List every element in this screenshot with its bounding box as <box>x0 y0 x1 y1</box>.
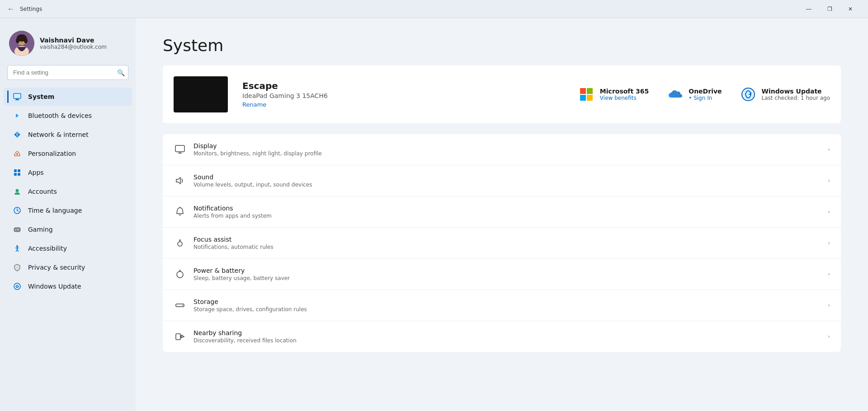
ms365-link[interactable]: Microsoft 365 View benefits <box>578 86 649 103</box>
setting-notifications[interactable]: Notifications Alerts from apps and syste… <box>163 196 841 228</box>
device-card: Escape IdeaPad Gaming 3 15ACH6 Rename <box>163 65 841 123</box>
svg-point-20 <box>16 189 19 192</box>
svg-rect-24 <box>14 228 20 232</box>
chevron-icon-notifications: › <box>828 209 830 215</box>
sidebar-item-label-accessibility: Accessibility <box>28 245 67 252</box>
sidebar-item-windows-update[interactable]: Windows Update <box>4 277 132 295</box>
setting-display-title: Display <box>193 142 821 149</box>
svg-line-33 <box>17 250 19 252</box>
svg-point-10 <box>14 112 21 119</box>
setting-nearby-text: Nearby sharing Discoverability, received… <box>193 329 821 344</box>
search-input[interactable] <box>7 65 128 80</box>
sidebar-item-apps[interactable]: Apps <box>4 163 132 182</box>
windows-update-top-icon <box>740 86 756 103</box>
user-email: vaisha284@outlook.com <box>40 44 107 50</box>
svg-rect-36 <box>175 145 184 152</box>
setting-focus[interactable]: Focus assist Notifications, automatic ru… <box>163 228 841 259</box>
avatar-image <box>9 31 34 56</box>
display-icon <box>174 143 186 156</box>
setting-storage-title: Storage <box>193 298 821 305</box>
svg-point-28 <box>17 229 18 230</box>
storage-icon <box>174 299 186 312</box>
search-button[interactable]: 🔍 <box>117 69 125 76</box>
device-info: Escape IdeaPad Gaming 3 15ACH6 Rename <box>242 80 328 108</box>
svg-point-15 <box>16 153 18 155</box>
sidebar-item-time[interactable]: Time & language <box>4 201 132 220</box>
sidebar-item-system[interactable]: System <box>4 88 132 106</box>
setting-display[interactable]: Display Monitors, brightness, night ligh… <box>163 134 841 165</box>
ms365-title: Microsoft 365 <box>600 88 649 95</box>
sidebar-item-bluetooth[interactable]: Bluetooth & devices <box>4 107 132 125</box>
setting-notifications-title: Notifications <box>193 205 821 212</box>
sidebar-item-label-privacy: Privacy & security <box>28 264 85 271</box>
svg-rect-8 <box>16 99 19 100</box>
avatar <box>9 31 34 56</box>
app-body: Vaishnavi Dave vaisha284@outlook.com 🔍 S… <box>0 18 868 411</box>
main-content: System Escape IdeaPad Gaming 3 15ACH6 Re… <box>136 18 868 411</box>
device-thumbnail <box>174 76 228 112</box>
windows-update-top-text: Windows Update Last checked: 1 hour ago <box>762 88 830 101</box>
personalization-icon <box>13 149 22 158</box>
onedrive-title: OneDrive <box>689 88 722 95</box>
chevron-icon-nearby: › <box>828 333 830 340</box>
onedrive-text: OneDrive • Sign In <box>689 88 722 101</box>
setting-nearby-title: Nearby sharing <box>193 329 821 336</box>
settings-list: Display Monitors, brightness, night ligh… <box>163 134 841 352</box>
sidebar-item-personalization[interactable]: Personalization <box>4 145 132 163</box>
setting-sound-desc: Volume levels, output, input, sound devi… <box>193 182 821 188</box>
svg-rect-9 <box>15 100 19 100</box>
setting-focus-text: Focus assist Notifications, automatic ru… <box>193 236 821 250</box>
user-info: Vaishnavi Dave vaisha284@outlook.com <box>40 37 107 50</box>
maximize-button[interactable]: ❐ <box>819 2 840 16</box>
setting-sound[interactable]: Sound Volume levels, output, input, soun… <box>163 165 841 196</box>
privacy-icon <box>13 263 22 272</box>
setting-storage[interactable]: Storage Storage space, drives, configura… <box>163 290 841 321</box>
windows-update-top-title: Windows Update <box>762 88 830 95</box>
svg-rect-17 <box>18 169 20 172</box>
sidebar-item-label-gaming: Gaming <box>28 226 53 233</box>
sidebar-item-label-apps: Apps <box>28 169 44 176</box>
sidebar: Vaishnavi Dave vaisha284@outlook.com 🔍 S… <box>0 18 136 411</box>
sidebar-item-label-time: Time & language <box>28 207 82 214</box>
sidebar-item-gaming[interactable]: Gaming <box>4 220 132 238</box>
sidebar-item-label-bluetooth: Bluetooth & devices <box>28 112 92 119</box>
svg-point-34 <box>14 283 20 290</box>
sidebar-item-network[interactable]: Network & internet <box>4 126 132 144</box>
svg-rect-16 <box>14 169 17 172</box>
onedrive-sub[interactable]: • Sign In <box>689 95 722 101</box>
setting-power-text: Power & battery Sleep, battery usage, ba… <box>193 267 821 281</box>
device-model: IdeaPad Gaming 3 15ACH6 <box>242 92 328 99</box>
windows-update-top-link[interactable]: Windows Update Last checked: 1 hour ago <box>740 86 830 103</box>
onedrive-link[interactable]: OneDrive • Sign In <box>667 86 722 103</box>
sidebar-item-accounts[interactable]: Accounts <box>4 182 132 201</box>
svg-rect-19 <box>18 173 20 176</box>
windows-update-top-sub: Last checked: 1 hour ago <box>762 95 830 101</box>
setting-nearby[interactable]: Nearby sharing Discoverability, received… <box>163 321 841 352</box>
app-title: Settings <box>20 6 42 12</box>
svg-point-42 <box>178 242 182 246</box>
power-icon <box>174 268 186 280</box>
titlebar: ← Settings — ❐ ✕ <box>0 0 868 18</box>
sidebar-item-label-system: System <box>28 93 54 100</box>
setting-focus-desc: Notifications, automatic rules <box>193 244 821 250</box>
sidebar-item-privacy[interactable]: Privacy & security <box>4 258 132 276</box>
setting-display-text: Display Monitors, brightness, night ligh… <box>193 142 821 157</box>
svg-rect-47 <box>176 334 180 340</box>
minimize-button[interactable]: — <box>798 2 819 16</box>
sidebar-item-accessibility[interactable]: Accessibility <box>4 239 132 257</box>
setting-display-desc: Monitors, brightness, night light, displ… <box>193 150 821 157</box>
sidebar-item-label-windows-update: Windows Update <box>28 283 81 290</box>
setting-power[interactable]: Power & battery Sleep, battery usage, ba… <box>163 259 841 290</box>
close-button[interactable]: ✕ <box>840 2 861 16</box>
setting-sound-text: Sound Volume levels, output, input, soun… <box>193 173 821 188</box>
onedrive-icon <box>667 86 683 103</box>
device-name: Escape <box>242 80 328 91</box>
focus-icon <box>174 237 186 249</box>
setting-power-desc: Sleep, battery usage, battery saver <box>193 275 821 281</box>
accounts-icon <box>13 187 22 196</box>
ms365-sub[interactable]: View benefits <box>600 95 649 101</box>
sidebar-item-label-personalization: Personalization <box>28 150 76 157</box>
rename-link[interactable]: Rename <box>242 101 266 108</box>
back-button[interactable]: ← <box>7 5 14 13</box>
chevron-icon: › <box>828 146 830 153</box>
